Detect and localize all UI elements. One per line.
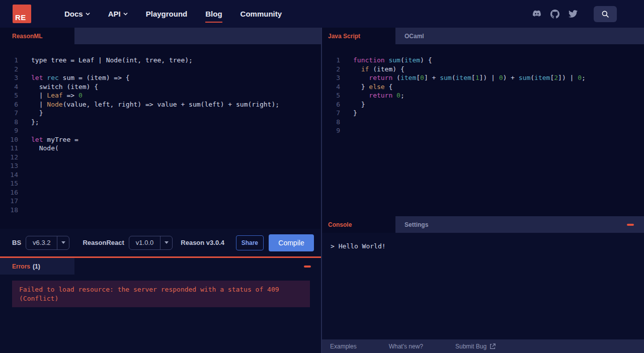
nav-label: Playground [146,10,188,18]
compiler-toolbar: BS v6.3.2 ReasonReact v1.0.0 Reason v3.0… [0,229,321,256]
line-number: 8 [0,118,18,127]
code-text: }; [31,118,39,127]
code-line: 2 [0,65,321,74]
code-text: type tree = Leaf | Node(int, tree, tree)… [31,56,193,65]
code-line: 7 } [0,109,321,118]
reasonreact-version-select[interactable]: v1.0.0 [129,236,173,250]
code-line: 4 switch (item) { [0,82,321,92]
reason-editor[interactable]: 1type tree = Leaf | Node(int, tree, tree… [0,44,321,229]
compile-button[interactable]: Compile [269,234,314,251]
tab-javascript[interactable]: Java Script [322,28,395,44]
line-number: 10 [0,135,18,144]
nav-item-docs[interactable]: Docs [64,10,90,18]
line-number: 2 [0,65,18,74]
link-label: Examples [330,343,357,350]
nav-label: Docs [64,10,83,18]
code-line: 3 return (item[0] + sum(item[1]) | 0) + … [322,73,644,82]
output-tabbar: Java Script OCaml [322,28,644,44]
line-number: 17 [0,197,18,206]
line-number: 5 [322,91,340,100]
code-text: function sum(item) { [353,56,432,65]
line-number: 13 [0,161,18,170]
code-text: return 0; [353,91,405,100]
playground-footer: Examples What's new? Submit Bug [322,339,644,353]
line-number: 3 [0,73,18,82]
nav-label: Blog [205,10,222,18]
nav-label: Community [240,10,282,18]
bs-version-select[interactable]: v6.3.2 [26,236,69,250]
code-line: 5 return 0; [322,91,644,100]
line-number: 1 [0,56,18,65]
errors-title: Errors [12,263,30,270]
tab-console[interactable]: Console [322,216,395,233]
line-number: 16 [0,188,18,197]
code-line: 15 [0,179,321,188]
code-text: switch (item) { [31,82,98,92]
code-line: 3let rec sum = (item) => { [0,73,321,82]
code-line: 13 [0,161,321,170]
console-output: > Hello World! [322,233,644,339]
line-number: 1 [322,56,340,65]
chevron-down-icon [86,12,90,16]
line-number: 11 [0,144,18,153]
header: RE Docs API Playground Blog Community [0,0,644,28]
discord-icon[interactable] [532,10,541,19]
errors-count-badge: (1) [33,263,40,270]
errors-header: Errors (1) [0,258,321,275]
line-number: 18 [0,206,18,215]
reason-tabbar: ReasonML [0,28,321,44]
tab-reasonml[interactable]: ReasonML [0,28,74,44]
submit-bug-link[interactable]: Submit Bug [455,343,496,350]
search-button[interactable] [594,6,617,22]
code-text: | Leaf => 0 [31,91,83,100]
code-line: 14 [0,170,321,180]
code-text: } [31,109,43,118]
external-link-icon [490,343,496,349]
code-line: 1type tree = Leaf | Node(int, tree, tree… [0,56,321,65]
code-line: 11 Node( [0,144,321,153]
bs-label: BS [12,239,21,246]
code-line: 8}; [0,118,321,127]
line-number: 4 [0,82,18,92]
github-icon[interactable] [550,10,559,19]
code-line: 5 | Leaf => 0 [0,91,321,100]
reason-logo[interactable]: RE [13,5,31,23]
link-label: What's new? [389,343,423,350]
code-line: 18 [0,206,321,215]
tab-ocaml[interactable]: OCaml [395,28,433,44]
chevron-down-icon [123,12,128,16]
code-line: 12 [0,153,321,162]
code-line: 16 [0,188,321,197]
reason-pane: ReasonML 1type tree = Leaf | Node(int, t… [0,28,322,353]
tab-settings[interactable]: Settings [395,216,437,233]
nav-item-blog[interactable]: Blog [205,10,222,18]
tab-label: Settings [405,221,428,228]
nav-item-playground[interactable]: Playground [146,10,188,18]
nav-item-community[interactable]: Community [240,10,282,18]
line-number: 8 [322,118,340,127]
whats-new-link[interactable]: What's new? [389,343,423,350]
code-text: let rec sum = (item) => { [31,73,130,82]
code-line: 6 } [322,100,644,109]
javascript-output-editor[interactable]: 1function sum(item) {2 if (item) {3 retu… [322,44,644,216]
nav-item-api[interactable]: API [108,10,128,18]
collapse-console-button[interactable] [627,224,634,226]
reasonreact-version-value: v1.0.0 [129,236,160,249]
share-button[interactable]: Share [236,235,264,250]
line-number: 7 [0,109,18,118]
code-text: } else { [353,82,392,92]
tab-errors[interactable]: Errors (1) [0,258,74,275]
code-text: let myTree = [31,135,78,144]
code-line: 6 | Node(value, left, right) => value + … [0,100,321,109]
line-number: 15 [0,179,18,188]
link-label: Submit Bug [455,343,487,350]
twitter-icon[interactable] [569,10,578,19]
line-number: 6 [322,100,340,109]
examples-link[interactable]: Examples [330,343,357,350]
collapse-errors-button[interactable] [304,266,311,268]
main-nav: Docs API Playground Blog Community [64,10,282,18]
line-number: 3 [322,73,340,82]
line-number: 9 [0,126,18,135]
code-line: 17 [0,197,321,206]
code-line: 8 [322,118,644,127]
